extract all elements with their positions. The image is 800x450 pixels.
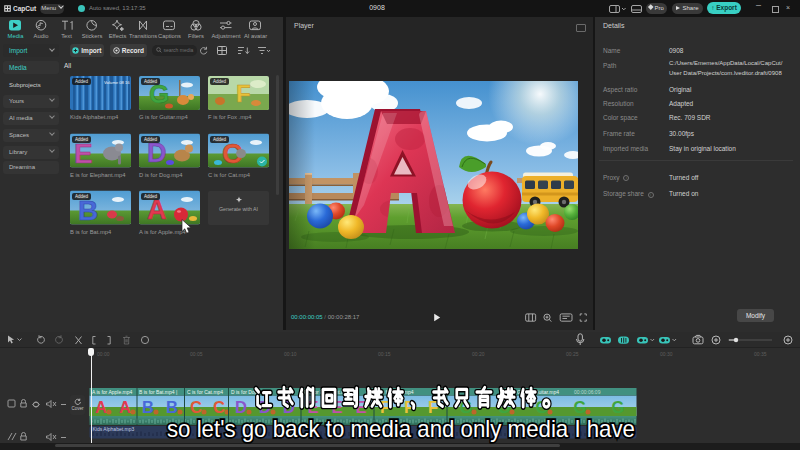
svg-text:Volume 08 16: Volume 08 16 [104, 80, 130, 85]
svg-text:F: F [236, 80, 251, 107]
svg-text:so let's go back to media and: so let's go back to media and only media… [167, 415, 635, 442]
